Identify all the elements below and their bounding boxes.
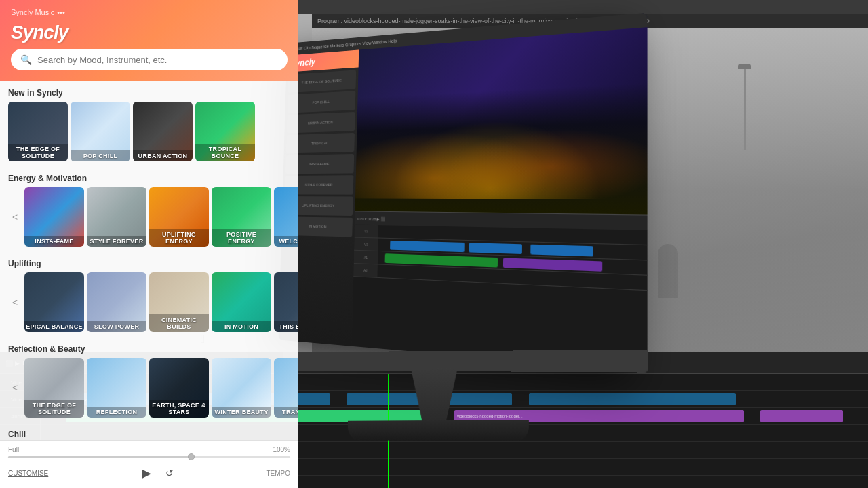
imac-stand-neck [396,368,473,424]
card-label-tranq: TRANQUILITY [274,407,298,418]
syncly-music-text: Syncly Music [11,8,54,16]
card-epical[interactable]: EPICAL BALANCE [24,272,84,332]
imac-screen: File Edit Clip Sequence Markers Graphics… [278,13,647,372]
section-title-new: New in Syncly [0,81,298,102]
uplifting-prev-arrow[interactable]: < [8,272,22,332]
card-tranquility[interactable]: TRANQUILITY [274,358,298,418]
card-label-uplifting: UPLIFTING ENERGY [149,229,209,247]
syncly-music-label: Syncly Music ••• [11,8,65,16]
card-tropical-bounce[interactable]: TROPICAL BOUNCE [195,102,255,161]
track-label-1: V2 [355,224,378,237]
footer-row1: Full 100% [8,446,290,453]
card-label-welcome: WELCOME TO... [274,236,298,247]
tempo-label: TEMPO [266,470,290,477]
clip-v1 [390,241,465,252]
timeline-clip-a1c[interactable] [760,410,843,422]
lamp-head [738,64,751,69]
footer-right-controls: TEMPO [266,470,290,477]
section-title-chill: Chill [0,423,298,440]
card-edge-solitude2[interactable]: THE EDGE OF SOLITUDE [24,358,84,418]
card-label-popchill: POP CHILL [71,150,130,161]
track-label-2: V1 [354,238,378,251]
card-label-cinematic: CINEMATIC BUILDS [149,314,209,332]
card-label-epical: EPICAL BALANCE [24,321,84,332]
card-label-business: THIS BUSINESS [274,321,298,332]
card-pop-chill[interactable]: POP CHILL [71,102,130,161]
footer-center-controls: ▶ ↺ [137,464,178,483]
full-label: Full [8,446,19,453]
syncly-content-area[interactable]: New in Syncly THE EDGE OF SOLITUDE POP C… [0,81,298,440]
card-label-style: STYLE FOREVER [87,236,146,247]
card-edge-solitude[interactable]: THE EDGE OF SOLITUDE [8,102,68,161]
new-in-syncly-grid: THE EDGE OF SOLITUDE POP CHILL URBAN ACT… [0,102,298,167]
card-label-earth: EARTH, SPACE & STARS [149,400,209,418]
energy-prev-arrow[interactable]: < [8,187,22,247]
syncly-header: Syncly Music ••• Syncly 🔍 [0,0,298,81]
card-welcome[interactable]: WELCOME TO... [274,187,298,247]
card-label-urban: URBAN ACTION [133,150,193,161]
syncly-top-bar: Syncly Music ••• [11,8,288,16]
premiere-main-area: Syncly THE EDGE OF SOLITUDE POP CHILL UR… [278,27,647,372]
card-positive-energy[interactable]: POSITIVE ENERGY [212,187,271,247]
clip-v2 [469,243,523,254]
card-label-positive: POSITIVE ENERGY [212,229,271,247]
card-cinematic[interactable]: CINEMATIC BUILDS [149,272,209,332]
card-earth-space[interactable]: EARTH, SPACE & STARS [149,358,209,418]
slider-track[interactable] [8,456,290,458]
slider-container [8,456,290,458]
city-lights [355,87,648,199]
card-label-edge: THE EDGE OF SOLITUDE [8,144,68,161]
card-urban-action[interactable]: URBAN ACTION [133,102,193,161]
reflection-prev-arrow[interactable]: < [8,358,22,418]
card-label-insta: INSTA-FAME [24,236,84,247]
reflection-grid: < THE EDGE OF SOLITUDE REFLECTION EARTH,… [0,358,298,423]
search-icon: 🔍 [20,54,32,65]
clip-a2 [503,258,602,271]
search-bar[interactable]: 🔍 [11,49,288,70]
section-title-energy: Energy & Motivation [0,167,298,187]
uplifting-grid: < EPICAL BALANCE SLOW POWER CINEMATIC BU… [0,272,298,338]
syncly-logo: Syncly [11,22,288,43]
footer-left-controls: CUSTOMISE [8,470,48,477]
imac-chin [283,350,648,372]
track-label-3: A1 [354,251,378,264]
premiere-preview [355,27,648,214]
refresh-button[interactable]: ↺ [161,465,178,481]
section-title-reflection: Reflection & Beauty [0,338,298,358]
card-label-tropical: TROPICAL BOUNCE [195,144,255,161]
premiere-right-panel: 00:01:10:28 ▶ ⬛ V2 V1 [352,27,648,372]
clip-v3 [530,245,593,257]
card-label-motion: IN MOTION [212,321,271,332]
card-slow-power[interactable]: SLOW POWER [87,272,146,332]
premiere-ui-inner: File Edit Clip Sequence Markers Graphics… [278,13,647,372]
customise-button[interactable]: CUSTOMISE [8,470,48,477]
imac-screen-content: File Edit Clip Sequence Markers Graphics… [278,13,647,372]
card-winter-beauty[interactable]: WINTER BEAUTY [212,358,271,418]
slider-thumb[interactable] [188,453,195,460]
card-label-edge2: THE EDGE OF SOLITUDE [24,400,84,418]
footer-controls: CUSTOMISE ▶ ↺ TEMPO [8,464,290,483]
syncly-footer: Full 100% CUSTOMISE ▶ ↺ TEMPO [0,440,298,488]
card-uplifting-energy[interactable]: UPLIFTING ENERGY [149,187,209,247]
energy-grid: < INSTA-FAME STYLE FOREVER UPLIFTING ENE… [0,187,298,252]
timeline-timecode: 00:01:10:28 ▶ ⬛ [357,216,385,221]
tempo-percent: 100% [273,446,290,453]
slider-fill [8,456,191,458]
section-title-uplifting: Uplifting [0,252,298,272]
card-reflection[interactable]: REFLECTION [87,358,146,418]
syncly-music-panel: Syncly Music ••• Syncly 🔍 New in Syncly … [0,0,298,488]
premiere-timeline-inner: 00:01:10:28 ▶ ⬛ V2 V1 [352,211,648,372]
imac-stand-base [348,420,529,441]
card-style-forever[interactable]: STYLE FOREVER [87,187,146,247]
card-in-motion[interactable]: IN MOTION [212,272,271,332]
card-label-slow: SLOW POWER [87,321,146,332]
card-label-reflection: REFLECTION [87,407,146,418]
track-label-4: A2 [353,264,377,277]
search-input[interactable] [37,55,278,65]
card-label-winter: WINTER BEAUTY [212,407,271,418]
syncly-menu-dots[interactable]: ••• [57,8,65,16]
card-insta-fame[interactable]: INSTA-FAME [24,187,84,247]
street-lamp [744,69,746,150]
card-this-business[interactable]: THIS BUSINESS [274,272,298,332]
play-button[interactable]: ▶ [137,464,156,483]
